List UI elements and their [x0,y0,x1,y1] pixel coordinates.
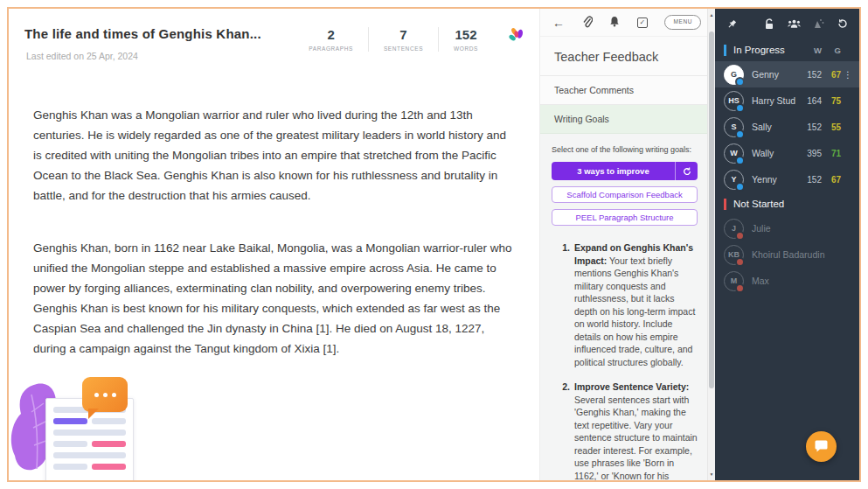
avatar: G [724,65,744,85]
suggestion-number: 1. [558,241,570,368]
student-goal-score: 75 [822,96,841,106]
document-card-illustration [45,398,134,480]
feedback-scrollbar[interactable]: ▲ ▼ [707,9,715,480]
group-header-in-progress: In Progress W G [715,38,859,61]
avatar: M [724,271,744,291]
suggestion-number: 2. [558,381,570,480]
group-bar [724,45,726,56]
tab-teacher-comments[interactable]: Teacher Comments [540,75,715,104]
feedback-toolbar: ← ✓ MENU [540,9,715,37]
suggestion-text: Expand on Genghis Khan's Impact: Your te… [574,241,698,368]
avatar: KB [724,245,744,265]
student-row[interactable]: M Max [715,268,859,294]
roster-panel: In Progress W G G Genny 152 67 ⋮ [715,9,859,480]
checkbox-icon[interactable]: ✓ [637,17,648,28]
group-bar [724,199,726,210]
online-status-dot [735,103,745,113]
row-menu-icon[interactable]: ⋮ [841,70,852,80]
student-row[interactable]: W Wally 395 71 ⋮ [715,140,859,166]
chat-fab-button[interactable] [806,431,837,462]
document-illustration [10,377,137,480]
column-headers: W G [795,45,852,55]
stat-value: 152 [454,27,478,42]
stat-item: 7 SENTENCES [368,27,438,52]
student-word-count: 395 [795,149,822,158]
goal-button-scaffold[interactable]: Scaffold Comparison Feedback [552,186,698,203]
document-paragraph[interactable]: Genghis Khan, born in 1162 near Lake Bai… [33,238,517,359]
document-body[interactable]: Genghis Khan was a Mongolian warrior and… [9,105,539,359]
app-window: The life and times of Genghis Khan... La… [7,7,861,482]
tab-writing-goals[interactable]: Writing Goals [540,104,715,134]
suggestion-text: Improve Sentence Variety: Several senten… [574,381,698,480]
student-word-count: 152 [795,70,822,80]
stat-label: WORDS [454,45,478,52]
celebration-icon[interactable] [814,18,824,29]
group-icon[interactable] [788,18,801,29]
leaf-illustration [10,377,63,480]
student-name: Yenny [752,174,795,185]
app-logo-icon [507,26,525,48]
stat-label: PARAGRAPHS [309,45,353,52]
back-arrow-icon[interactable]: ← [552,17,565,29]
document-header: The life and times of Genghis Khan... La… [9,9,539,61]
online-status-dot [735,129,745,139]
avatar: Y [724,170,744,190]
feedback-panel: ← ✓ MENU Teacher Feedback Teacher Commen… [539,9,715,480]
offline-status-dot [735,257,745,267]
col-goals: G [822,45,841,55]
roster-toolbar [715,9,859,38]
avatar: J [724,219,744,239]
menu-button[interactable]: MENU [664,15,701,30]
student-row[interactable]: J Julie [715,215,859,241]
avatar: W [724,143,744,164]
student-goal-score: 55 [822,122,841,132]
student-name: Harry Student [752,95,795,106]
student-row[interactable]: KB Khoirul Badarudin [715,241,859,268]
online-status-dot [735,182,745,192]
student-name: Max [752,276,852,286]
online-status-dot [735,156,745,165]
suggestion-list: 1. Expand on Genghis Khan's Impact: Your… [552,241,698,480]
student-row[interactable]: G Genny 152 67 ⋮ [715,61,859,87]
student-row[interactable]: S Sally 152 55 ⋮ [715,114,859,140]
student-row[interactable]: Y Yenny 152 67 ⋮ [715,166,859,192]
student-name: Wally [752,148,795,158]
group-label: Not Started [733,199,852,209]
student-goal-score: 71 [822,149,841,158]
student-name: Sally [752,122,795,132]
group-header-not-started: Not Started [715,192,859,215]
not-started-list: J Julie KB Khoirul Badarudin M [715,215,859,294]
avatar: HS [724,91,744,111]
goal-button-3-ways[interactable]: 3 ways to improve [552,162,698,180]
pin-icon[interactable] [726,18,738,30]
unlock-icon[interactable] [764,18,774,30]
feedback-title: Teacher Feedback [540,37,715,75]
paperclip-icon[interactable] [582,16,593,30]
stat-value: 2 [309,27,353,42]
history-icon[interactable] [837,18,848,29]
offline-status-dot [735,231,745,241]
student-word-count: 152 [795,122,822,132]
student-goal-score: 67 [822,70,841,80]
online-status-dot [735,77,745,87]
student-word-count: 164 [795,96,822,106]
group-label: In Progress [733,45,795,55]
scroll-down-icon[interactable]: ▼ [708,472,715,477]
student-row[interactable]: HS Harry Student 164 75 ⋮ [715,87,859,114]
stat-label: SENTENCES [384,45,423,52]
bell-icon[interactable] [609,16,620,29]
suggestion-item: 1. Expand on Genghis Khan's Impact: Your… [558,241,698,368]
student-name: Genny [752,69,795,80]
scrollbar-thumb[interactable] [709,31,714,388]
goal-prompt: Select one of the following writing goal… [552,145,698,154]
goal-button-peel[interactable]: PEEL Paragraph Structure [552,209,698,226]
suggestion-item: 2. Improve Sentence Variety: Several sen… [558,381,698,480]
document-title[interactable]: The life and times of Genghis Khan... [24,26,294,41]
writing-goals-content: Select one of the following writing goal… [540,134,715,480]
scroll-up-icon[interactable]: ▲ [708,12,715,17]
refresh-icon[interactable] [675,162,698,180]
stat-value: 7 [384,27,423,42]
student-name: Khoirul Badarudin [752,249,852,260]
document-paragraph[interactable]: Genghis Khan was a Mongolian warrior and… [33,105,517,206]
in-progress-list: G Genny 152 67 ⋮ HS Harry Student 164 [715,61,859,192]
